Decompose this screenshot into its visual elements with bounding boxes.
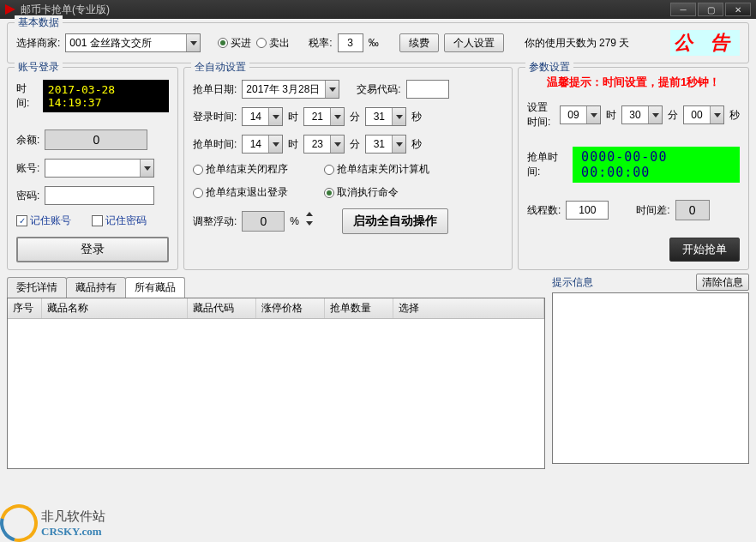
minimize-button[interactable]: ─ [670, 3, 696, 16]
grab-time-display: 0000-00-00 00:00:00 [573, 147, 740, 183]
float-down[interactable] [306, 221, 318, 231]
remember-password-checkbox[interactable]: 记住密码 [92, 214, 147, 228]
titlebar: 邮币卡抢单(专业版) ─ ▢ ✕ [0, 0, 756, 19]
warm-tip: 温馨提示：时间设置，提前1秒钟！ [527, 75, 740, 90]
sell-radio[interactable]: 卖出 [256, 36, 290, 51]
param-legend: 参数设置 [525, 60, 573, 75]
auto-group: 全自动设置 抢单日期: 交易代码: 登录时间: 时 分 秒 抢单时间: 时 分 … [183, 67, 513, 270]
merchant-value[interactable] [66, 34, 186, 51]
rate-unit: ‰ [369, 37, 379, 49]
hint-area [552, 292, 749, 464]
col-code[interactable]: 藏品代码 [188, 298, 256, 318]
end-close-pc-radio[interactable]: 抢单结束关闭计算机 [324, 162, 429, 177]
col-select[interactable]: 选择 [393, 298, 544, 318]
login-time-label: 登录时间: [193, 110, 237, 124]
float-label: 调整浮动: [193, 214, 237, 229]
data-grid[interactable]: 序号 藏品名称 藏品代码 涨停价格 抢单数量 选择 [7, 298, 545, 469]
profile-button[interactable]: 个人设置 [444, 33, 504, 52]
timediff-label: 时间差: [636, 203, 669, 218]
param-grab-label: 抢单时间: [527, 150, 567, 179]
trade-code-label: 交易代码: [357, 82, 400, 97]
rate-input[interactable] [338, 33, 363, 52]
logo-ring-icon [0, 497, 45, 542]
merchant-label: 选择商家: [16, 36, 60, 51]
account-drop-icon[interactable] [140, 160, 153, 177]
announce-marquee[interactable]: 公 告 [670, 30, 741, 56]
watermark-logo: 非凡软件站 CRSKY.com [0, 504, 105, 542]
rate-label: 税率: [309, 36, 332, 51]
login-button[interactable]: 登录 [16, 237, 169, 262]
account-label: 账号: [16, 161, 39, 176]
grab-date-picker[interactable] [242, 80, 339, 99]
merchant-select[interactable] [65, 33, 201, 52]
float-value: 0 [242, 211, 285, 232]
password-label: 密码: [16, 189, 39, 203]
grab-min[interactable] [303, 135, 345, 154]
window-title: 邮币卡抢单(专业版) [21, 3, 670, 17]
col-price[interactable]: 涨停价格 [256, 298, 325, 318]
col-name[interactable]: 藏品名称 [42, 298, 188, 318]
login-group: 账号登录 时间: 2017-03-28 14:19:37 余额: 0 账号: 密… [7, 67, 178, 270]
basic-legend: 基本数据 [15, 15, 63, 30]
app-icon [5, 4, 15, 15]
renew-button[interactable]: 续费 [399, 33, 439, 52]
balance-value: 0 [45, 129, 147, 150]
threads-input[interactable] [566, 201, 609, 220]
auto-legend: 全自动设置 [191, 60, 249, 75]
set-min[interactable] [621, 105, 663, 124]
clear-hint-button[interactable]: 清除信息 [696, 274, 749, 291]
tab-all[interactable]: 所有藏品 [125, 277, 185, 298]
maximize-button[interactable]: ▢ [698, 3, 723, 16]
cancel-cmd-radio[interactable]: 取消执行命令 [324, 185, 399, 200]
time-label: 时间: [16, 81, 38, 111]
remember-account-checkbox[interactable]: ✓记住账号 [16, 214, 71, 228]
param-group: 参数设置 温馨提示：时间设置，提前1秒钟！ 设置时间: 时 分 秒 抢单时间: … [518, 67, 749, 270]
trade-code-input[interactable] [406, 80, 449, 99]
hint-legend: 提示信息 [552, 275, 593, 290]
end-close-program-radio[interactable]: 抢单结束关闭程序 [193, 162, 288, 177]
threads-label: 线程数: [527, 203, 561, 218]
login-legend: 账号登录 [15, 60, 63, 75]
password-input[interactable] [45, 186, 154, 205]
tab-entrust[interactable]: 委托详情 [7, 277, 67, 298]
set-sec[interactable] [683, 105, 724, 124]
buy-radio[interactable]: 买进 [218, 36, 251, 51]
col-index[interactable]: 序号 [8, 298, 42, 318]
start-grab-button[interactable]: 开始抢单 [669, 238, 740, 262]
login-sec[interactable] [365, 107, 406, 126]
grab-hour[interactable] [242, 135, 283, 154]
close-button[interactable]: ✕ [725, 3, 751, 16]
usage-text: 你的使用天数为 279 天 [525, 36, 630, 51]
account-input[interactable] [45, 159, 154, 178]
time-display: 2017-03-28 14:19:37 [43, 80, 169, 112]
start-auto-button[interactable]: 启动全自动操作 [342, 208, 448, 234]
set-time-label: 设置时间: [527, 100, 555, 129]
timediff-value: 0 [675, 200, 710, 220]
grab-date-label: 抢单日期: [193, 82, 237, 97]
col-qty[interactable]: 抢单数量 [325, 298, 393, 318]
basic-data-group: 基本数据 选择商家: 买进 卖出 税率: ‰ 续费 个人设置 你的使用天数为 2… [7, 22, 749, 63]
grab-sec[interactable] [365, 135, 406, 154]
grab-time-label: 抢单时间: [193, 137, 237, 152]
tab-holdings[interactable]: 藏品持有 [66, 277, 126, 298]
set-hour[interactable] [560, 105, 601, 124]
balance-label: 余额: [16, 133, 39, 148]
login-min[interactable] [303, 107, 345, 126]
float-up[interactable] [306, 212, 318, 221]
login-hour[interactable] [242, 107, 283, 126]
end-logout-radio[interactable]: 抢单结束退出登录 [193, 185, 288, 200]
merchant-drop-icon[interactable] [186, 34, 200, 51]
